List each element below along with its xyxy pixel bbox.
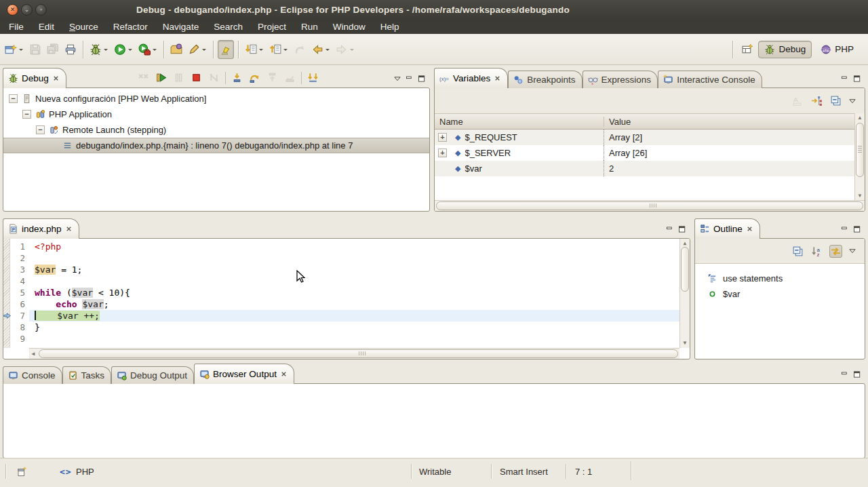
menu-project[interactable]: Project [250,20,294,33]
tab-breakpoints[interactable]: Breakpoints [508,71,582,88]
scroll-down-arrow[interactable]: ▼ [855,193,865,199]
code-line[interactable]: $var = 1; [29,264,679,275]
tree-expander[interactable]: − [36,125,45,134]
tree-expander[interactable]: − [22,110,31,119]
dropdown-arrow-icon[interactable] [153,49,157,53]
editor-vertical-scrollbar[interactable]: ▲ ▼ [679,239,690,348]
variables-vertical-scrollbar[interactable]: ▲ ▼ [854,113,865,201]
debug-tree-row[interactable]: −PHP Application [3,106,429,122]
code-line[interactable]: <?php [29,241,679,252]
dropdown-arrow-icon[interactable] [259,49,263,53]
fast-view-icon[interactable] [16,466,27,477]
tab-browser-output[interactable]: Browser Output [194,364,294,384]
minimize-view-icon[interactable] [841,370,849,378]
back-button[interactable] [309,40,332,59]
menu-search[interactable]: Search [206,20,250,33]
close-icon[interactable] [65,225,73,233]
minimize-view-icon[interactable] [841,225,849,233]
annotation-ruler[interactable] [3,239,10,348]
outline-item[interactable]: $var [707,286,865,302]
scrollbar-thumb[interactable] [856,123,864,177]
scroll-up-arrow[interactable]: ▲ [680,240,690,247]
code-line[interactable]: $var ++; [29,310,679,322]
perspective-debug[interactable]: Debug [758,41,812,58]
open-perspective-button[interactable] [740,40,755,59]
step-into-button[interactable] [231,71,243,84]
tree-expander[interactable]: + [438,149,447,157]
variables-horizontal-scrollbar[interactable] [435,200,865,211]
code-line[interactable]: } [29,322,679,333]
minimize-view-icon[interactable] [666,225,674,233]
open-php-element-button[interactable] [168,40,184,59]
show-logical-structure-button[interactable] [810,94,823,107]
print-button[interactable] [62,40,79,59]
code-line[interactable]: while ($var < 10){ [29,287,679,298]
dropdown-arrow-icon[interactable] [202,49,206,53]
tab-console[interactable]: Console [3,366,62,384]
tree-expander[interactable]: − [9,94,18,103]
link-with-editor-button[interactable] [829,245,842,258]
tree-expander[interactable]: + [438,133,447,142]
dropdown-arrow-icon[interactable] [283,49,288,53]
scroll-left-arrow[interactable]: ◀ [29,351,37,357]
view-menu-icon[interactable] [393,75,401,83]
terminate-button[interactable] [190,71,203,84]
minimize-window-button[interactable]: ⌄ [21,4,33,16]
dropdown-arrow-icon[interactable] [326,49,330,53]
minimize-view-icon[interactable] [841,75,849,83]
next-annotation-button[interactable] [243,40,266,59]
code-line[interactable] [29,333,679,345]
tab-debug-output[interactable]: Debug Output [111,366,194,384]
menu-edit[interactable]: Edit [31,20,62,33]
minimize-view-icon[interactable] [406,75,414,83]
view-menu-icon[interactable] [848,247,856,255]
scrollbar-thumb[interactable] [39,349,678,358]
dropdown-arrow-icon[interactable] [104,49,108,53]
menu-source[interactable]: Source [62,20,106,33]
collapse-all-button[interactable] [829,94,842,107]
maximize-view-icon[interactable] [853,75,861,83]
variable-row[interactable]: +◆$_SERVERArray [26] [435,145,855,161]
menu-window[interactable]: Window [326,20,373,33]
dropdown-arrow-icon[interactable] [350,49,354,53]
dropdown-arrow-icon[interactable] [19,49,23,53]
previous-annotation-button[interactable] [267,40,290,59]
maximize-view-icon[interactable] [853,225,861,233]
column-header-name[interactable]: Name [435,117,604,127]
variable-row[interactable]: +◆$_REQUESTArray [2] [435,130,855,145]
variable-row[interactable]: ◆$var2 [435,161,855,176]
scroll-up-arrow[interactable]: ▲ [855,115,865,121]
tab-index-php[interactable]: P index.php [3,218,79,239]
perspective-php[interactable]: phpPHP [814,41,860,58]
new-wizard-button[interactable] [3,40,26,59]
step-over-button[interactable] [248,71,261,84]
maximize-window-button[interactable]: ▫ [35,4,47,16]
dropdown-arrow-icon[interactable] [128,49,132,53]
resume-button[interactable] [155,71,167,84]
external-tools-button[interactable] [136,40,159,59]
view-menu-icon[interactable] [848,97,856,105]
debug-tree-row[interactable]: −Remote Launch (stepping) [3,122,429,138]
maximize-view-icon[interactable] [853,370,861,378]
code-line[interactable] [29,275,679,287]
menu-run[interactable]: Run [294,20,326,33]
mark-occurrences-button[interactable] [218,40,234,59]
scrollbar-thumb[interactable] [681,247,689,292]
tab-variables[interactable]: (x)=Variables [434,68,508,88]
maximize-view-icon[interactable] [678,225,686,233]
close-icon[interactable] [746,225,753,233]
scrollbar-thumb[interactable] [436,201,863,210]
use-step-filters-button[interactable] [307,71,319,84]
tab-tasks[interactable]: Tasks [62,366,112,384]
menu-navigate[interactable]: Navigate [155,20,206,33]
code-line[interactable]: echo $var; [29,298,679,310]
maximize-view-icon[interactable] [418,75,426,83]
editor-horizontal-scrollbar[interactable]: ◀ [29,348,679,359]
outline-item[interactable]: use statements [707,271,865,286]
scroll-down-arrow[interactable]: ▼ [680,340,690,347]
tab-expressions[interactable]: xExpressions [583,71,658,88]
menu-help[interactable]: Help [373,20,407,33]
code-line[interactable] [29,252,679,264]
code-area[interactable]: <?php$var = 1;while ($var < 10){ echo $v… [29,241,679,345]
tab-debug[interactable]: Debug [3,68,66,88]
